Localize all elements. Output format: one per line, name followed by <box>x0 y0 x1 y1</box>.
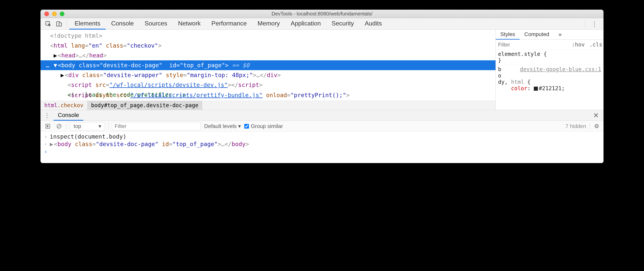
main-toolbar: Elements Console Sources Network Perform… <box>40 18 604 30</box>
styles-tabs: Styles Computed » <box>496 30 604 40</box>
clear-console-icon[interactable] <box>55 122 63 130</box>
console-settings-icon[interactable]: ⚙ <box>593 123 600 130</box>
dom-tree[interactable]: <!doctype html> <html lang="en" class="c… <box>40 30 496 110</box>
rule-prop-color[interactable]: color: #212121; <box>498 85 601 92</box>
toolbar-separator <box>67 20 67 28</box>
rule-selector[interactable]: dy, html { <box>498 79 601 85</box>
toolbar-separator <box>585 20 586 28</box>
tab-sources[interactable]: Sources <box>139 18 172 30</box>
tab-memory[interactable]: Memory <box>252 18 285 30</box>
tab-performance[interactable]: Performance <box>206 18 252 30</box>
console-filter-input[interactable] <box>112 122 201 130</box>
close-drawer-icon[interactable]: ✕ <box>588 112 604 120</box>
log-levels-selector[interactable]: Default levels ▾ <box>204 123 241 129</box>
dom-line-div[interactable]: ▶<div class="devsite-wrapper" style="mar… <box>40 70 496 80</box>
console-toolbar: top▾ Default levels ▾ Group similar 7 hi… <box>40 121 604 132</box>
dom-line-doctype[interactable]: <!doctype html> <box>40 31 496 41</box>
chevron-down-icon: ▾ <box>98 123 101 129</box>
dom-line-script1[interactable]: <script src="/wf-local/scripts/devsite-d… <box>40 80 496 90</box>
tab-console[interactable]: Console <box>106 18 139 30</box>
titlebar: DevTools - localhost:8080/web/fundamenta… <box>40 10 604 18</box>
console-input-line[interactable]: › inspect(document.body) <box>40 133 604 140</box>
rule-element-style[interactable]: element.style { <box>498 51 601 57</box>
execute-icon[interactable] <box>44 122 52 130</box>
context-selector[interactable]: top▾ <box>70 122 105 130</box>
console-output-line[interactable]: ‹ ▶<body class="devsite-doc-page" id="to… <box>40 140 604 148</box>
styles-filter-input[interactable] <box>496 42 570 48</box>
elements-panel: <!doctype html> <html lang="en" class="c… <box>40 30 604 110</box>
breadcrumb-html[interactable]: html.checkov <box>40 101 87 110</box>
group-similar-checkbox[interactable]: Group similar <box>244 123 283 129</box>
device-toolbar-icon[interactable] <box>54 18 64 29</box>
tab-elements[interactable]: Elements <box>69 18 106 30</box>
tab-application[interactable]: Application <box>285 18 326 30</box>
styles-filter-row: :hov .cls ＋ <box>496 40 604 50</box>
console-output[interactable]: › inspect(document.body) ‹ ▶<body class=… <box>40 132 604 163</box>
panel-tabs: Elements Console Sources Network Perform… <box>69 18 387 30</box>
hidden-messages-count[interactable]: 7 hidden <box>566 123 586 129</box>
color-swatch-icon[interactable] <box>534 86 538 91</box>
styles-tabs-more-icon[interactable]: » <box>554 30 566 40</box>
tab-network[interactable]: Network <box>172 18 206 30</box>
rule-source[interactable]: bdevsite-google-blue.css:1 <box>498 66 601 72</box>
tab-audits[interactable]: Audits <box>359 18 387 30</box>
breadcrumb-body[interactable]: body#top_of_page.devsite-doc-page <box>87 101 202 110</box>
svg-line-5 <box>58 124 60 128</box>
toggle-hov-button[interactable]: :hov <box>570 42 587 48</box>
drawer-header: ⋮ Console ✕ <box>40 110 604 121</box>
styles-rules[interactable]: element.style { } bdevsite-google-blue.c… <box>496 50 604 110</box>
group-similar-label: Group similar <box>251 123 283 129</box>
dom-line-html[interactable]: <html lang="en" class="checkov"> <box>40 41 496 50</box>
rule-selector[interactable]: o <box>498 72 601 79</box>
styles-tab-styles[interactable]: Styles <box>496 30 520 40</box>
drawer-menu-icon[interactable]: ⋮ <box>40 112 54 119</box>
dom-line-head[interactable]: ▶<head>…</head> <box>40 50 496 60</box>
rule-brace-close: } <box>498 57 601 64</box>
styles-sidebar: Styles Computed » :hov .cls ＋ element.st… <box>496 30 604 110</box>
devtools-window: DevTools - localhost:8080/web/fundamenta… <box>40 10 604 163</box>
dom-line-body-selected[interactable]: … ▼<body class="devsite-doc-page" id="to… <box>40 60 496 70</box>
breadcrumb-bar: html.checkov body#top_of_page.devsite-do… <box>40 100 496 110</box>
svg-rect-2 <box>59 23 62 26</box>
drawer-tab-console[interactable]: Console <box>54 110 83 121</box>
console-prompt[interactable]: › <box>40 148 604 155</box>
console-drawer: ⋮ Console ✕ top▾ Default levels ▾ Group … <box>40 110 604 163</box>
chevron-down-icon: ▾ <box>238 123 241 129</box>
group-similar-input[interactable] <box>244 124 249 128</box>
tab-security[interactable]: Security <box>326 18 360 30</box>
window-title: DevTools - localhost:8080/web/fundamenta… <box>40 11 604 17</box>
dom-line-script2[interactable]: <script async src="/wf-local/scripts/pre… <box>40 90 496 100</box>
main-menu-icon[interactable]: ⋮ <box>588 20 601 28</box>
toggle-cls-button[interactable]: .cls <box>587 42 604 48</box>
inspect-element-icon[interactable] <box>43 18 54 29</box>
styles-tab-computed[interactable]: Computed <box>520 30 554 40</box>
